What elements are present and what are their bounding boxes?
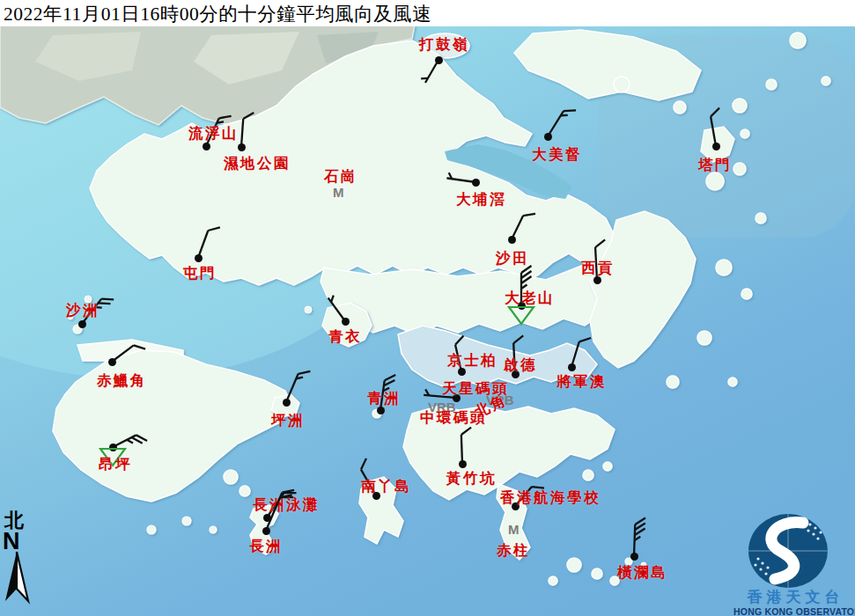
station-dot [435,56,443,64]
station-label: 昂坪 [99,457,132,472]
station-label: 濕地公園 [224,156,291,171]
station-dot [108,358,116,366]
compass-north-en: N [3,531,37,552]
station-label: 啟德 [504,357,537,372]
station-label: 赤柱 [497,543,530,558]
station-layer: 打鼓嶺流浮山濕地公園M石崗大美督塔門大埔滘沙田屯門西貢沙洲大老山青衣赤鱲角京士柏… [0,0,855,616]
station-dot [630,553,638,561]
station-dot [568,363,576,371]
station-label: 南丫島 [361,479,411,494]
wind-map-page: 2022年11月01日16時00分的十分鐘平均風向及風速 打鼓嶺流浮山濕地公園M… [0,0,855,616]
hko-logo: 香港天文台 HONG KONG OBSERVATORY [736,510,855,616]
station-dot [203,143,210,150]
hko-logo-name-cn: 香港天文台 [736,590,855,606]
station-dot [459,460,467,468]
station-label: 長洲 [249,539,283,554]
station-label: 赤鱲角 [97,373,147,388]
station-label: 青衣 [328,329,362,344]
station-label: 沙洲 [66,303,100,318]
station-label: 長洲泳灘 [253,497,320,512]
station-label: 塔門 [698,158,732,172]
station-dot [508,236,516,244]
station-label: 黃竹坑 [446,471,497,486]
station-dot [195,254,203,262]
station-label: 香港航海學校 [500,490,601,505]
station-label: 將軍澳 [556,374,607,389]
station-dot [283,399,291,407]
station-label: 大美督 [532,147,582,162]
station-dot [263,514,271,522]
station-dot [109,444,117,451]
station-label: 大埔滘 [456,192,506,207]
station-dot [78,320,86,328]
station-label: 打鼓嶺 [419,37,469,52]
station-dot [377,407,385,414]
compass-needle-icon [2,550,37,612]
station-label: 橫瀾島 [617,565,667,580]
station-dot [593,276,601,284]
station-label: 屯門 [183,266,217,281]
station-label: 大老山 [505,290,555,305]
station-label: 坪洲 [271,413,305,428]
station-label: 青洲 [367,391,401,406]
station-label: 石崗 [324,169,357,184]
station-dot [342,318,350,326]
station-label: 西貢 [581,260,615,275]
station-dot [262,527,270,535]
station-label: 沙田 [496,251,529,266]
station-dot [472,179,480,187]
station-dot [238,143,246,151]
station-label: 流浮山 [188,126,239,141]
north-compass: 北 N [2,511,37,612]
missing-data-indicator: M [508,522,520,537]
hko-logo-icon [736,510,855,588]
missing-data-indicator: M [333,185,344,200]
station-label: 京士柏 [447,353,498,368]
hko-logo-name-en: HONG KONG OBSERVATORY [733,606,855,616]
title-bar: 2022年11月01日16時00分的十分鐘平均風向及風速 [0,0,855,26]
map-title: 2022年11月01日16時00分的十分鐘平均風向及風速 [0,1,431,26]
station-dot [544,133,552,141]
station-dot [712,143,720,150]
